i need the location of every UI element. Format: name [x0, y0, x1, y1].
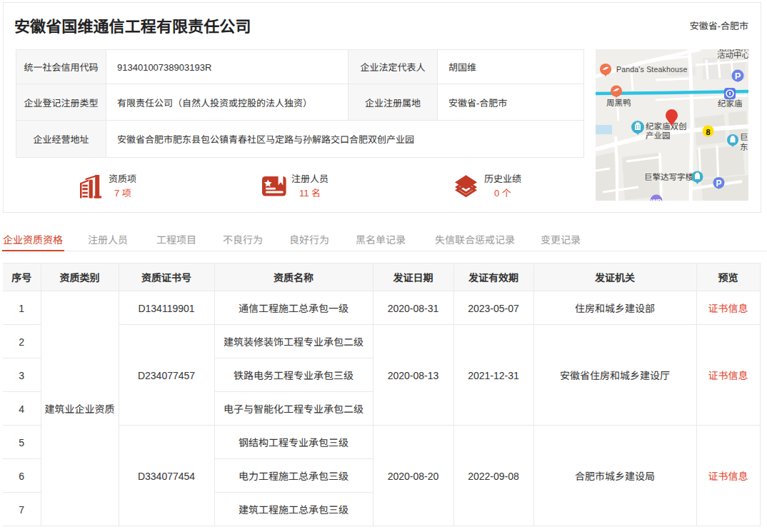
- svg-text:东: 东: [740, 141, 748, 152]
- svg-text:P: P: [735, 69, 741, 82]
- svg-text:巨擎达写字楼: 巨擎达写字楼: [644, 171, 693, 182]
- svg-text:WD: WD: [651, 196, 662, 201]
- svg-text:8: 8: [706, 126, 710, 137]
- svg-text:Panda's Steakhouse: Panda's Steakhouse: [616, 64, 688, 74]
- svg-text:馆活动样: 馆活动样: [718, 49, 748, 53]
- svg-text:周黑鸭: 周黑鸭: [606, 96, 631, 108]
- svg-text:P: P: [716, 176, 721, 189]
- svg-text:产业园: 产业园: [646, 129, 671, 141]
